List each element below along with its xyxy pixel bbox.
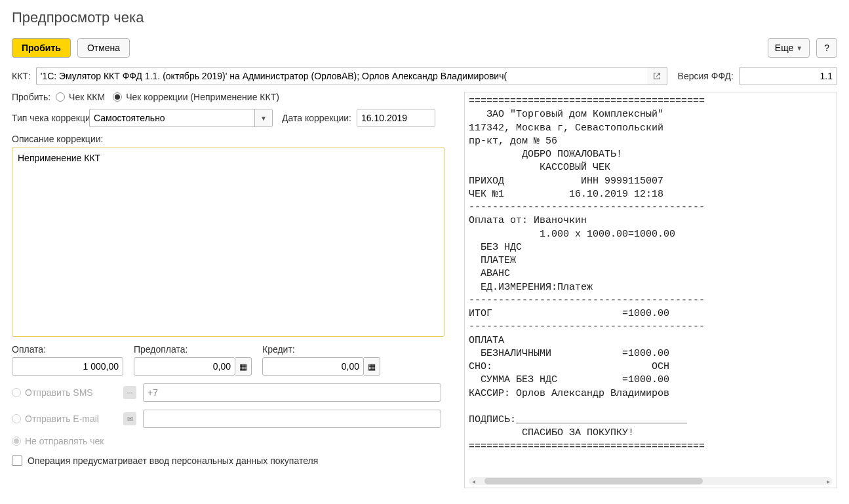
horizontal-scrollbar[interactable]: ◂ ▸ [469, 477, 833, 485]
more-button[interactable]: Еще ▼ [768, 38, 810, 58]
correction-type-dropdown[interactable]: ▼ [254, 109, 273, 127]
more-label: Еще [775, 43, 794, 53]
help-button[interactable]: ? [816, 38, 837, 58]
correction-type-row: Тип чека коррекции: ▼ Дата коррекции: [12, 109, 444, 127]
open-external-icon [652, 71, 661, 81]
sms-phone-input [143, 383, 441, 402]
credit-calc-button[interactable]: ▦ [364, 357, 380, 376]
toolbar: Пробить Отмена Еще ▼ ? [12, 38, 837, 58]
chevron-down-icon: ▼ [796, 45, 802, 52]
radio-correction-label: Чек коррекции (Неприменение ККТ) [126, 92, 279, 102]
send-sms-row: Отправить SMS ··· [12, 383, 444, 402]
amounts-row: Оплата: Предоплата: ▦ Кредит: ▦ [12, 344, 444, 376]
correction-type-label: Тип чека коррекции: [12, 113, 84, 123]
scroll-left-arrow[interactable]: ◂ [469, 477, 478, 485]
correction-desc-label: Описание коррекции: [12, 134, 444, 144]
radio-send-none: Не отправлять чек [12, 436, 117, 446]
pay-input[interactable] [12, 357, 123, 376]
radio-send-none-label: Не отправлять чек [25, 436, 104, 446]
send-email-row: Отправить E-mail ✉ [12, 410, 444, 428]
personal-data-checkbox[interactable] [12, 456, 22, 466]
page-title: Предпросмотр чека [12, 9, 837, 26]
sms-icon: ··· [123, 386, 136, 399]
chevron-down-icon: ▼ [260, 115, 267, 122]
receipt-text: ========================================… [469, 95, 833, 475]
radio-send-email-label: Отправить E-mail [25, 414, 99, 424]
calculator-icon: ▦ [368, 362, 376, 372]
punch-button[interactable]: Пробить [12, 38, 71, 58]
email-input [143, 410, 441, 428]
correction-date-input[interactable] [357, 109, 435, 127]
personal-data-row: Операция предусматривает ввод персональн… [12, 456, 444, 466]
email-icon: ✉ [123, 412, 136, 425]
correction-desc-textarea[interactable] [12, 147, 444, 337]
radio-send-email: Отправить E-mail [12, 414, 117, 424]
radio-correction[interactable]: Чек коррекции (Неприменение ККТ) [113, 92, 279, 102]
radio-kkm[interactable]: Чек ККМ [56, 92, 105, 102]
kkt-input[interactable] [36, 67, 647, 85]
prepay-calc-button[interactable]: ▦ [235, 357, 252, 376]
scroll-right-arrow[interactable]: ▸ [823, 477, 833, 485]
credit-input[interactable] [262, 357, 364, 376]
kkt-row: ККТ: Версия ФФД: [12, 67, 837, 85]
cancel-button[interactable]: Отмена [77, 38, 130, 58]
correction-date-label: Дата коррекции: [282, 113, 351, 123]
calculator-icon: ▦ [239, 362, 247, 372]
kkt-open-button[interactable] [647, 67, 667, 85]
correction-type-input[interactable] [89, 109, 254, 127]
scroll-thumb[interactable] [484, 478, 703, 484]
personal-data-label: Операция предусматривает ввод персональн… [28, 456, 318, 466]
credit-label: Кредит: [262, 344, 380, 355]
radio-send-sms: Отправить SMS [12, 387, 117, 398]
radio-send-sms-label: Отправить SMS [25, 387, 93, 398]
pay-label: Оплата: [12, 344, 123, 355]
ffd-version-label: Версия ФФД: [678, 71, 734, 81]
ffd-version-input[interactable] [739, 67, 837, 85]
receipt-preview: ========================================… [464, 92, 837, 488]
prepay-label: Предоплата: [134, 344, 252, 355]
punch-mode-label: Пробить: [12, 92, 50, 102]
punch-mode-row: Пробить: Чек ККМ Чек коррекции (Непримен… [12, 92, 444, 102]
prepay-input[interactable] [134, 357, 235, 376]
radio-kkm-label: Чек ККМ [69, 92, 105, 102]
kkt-label: ККТ: [12, 71, 31, 81]
send-none-row: Не отправлять чек [12, 436, 444, 446]
